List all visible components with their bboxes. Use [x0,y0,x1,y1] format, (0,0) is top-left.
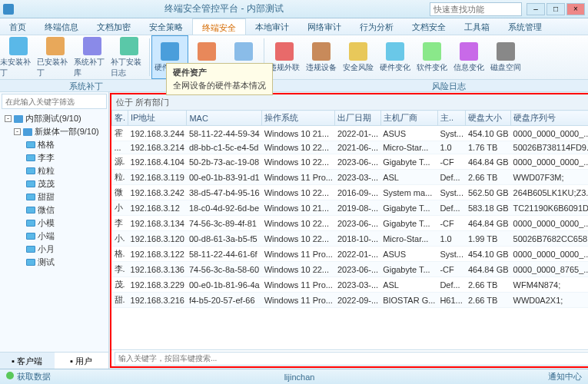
tree-node[interactable]: 小模 [2,217,107,230]
cell: 2023-06-... [335,262,380,277]
col-header[interactable]: 硬盘大小 [466,111,511,126]
table-row[interactable]: 甜.192.168.3.216f4-b5-20-57-ef-66Windows … [112,293,589,308]
cell: 464.84 GB [466,216,511,231]
table-row[interactable]: 源.192.168.4.10450-2b-73-ac-19-08Windows … [112,154,589,170]
menu-8[interactable]: 文档安全 [403,18,455,35]
tree-node[interactable]: 格格 [2,138,107,151]
col-header[interactable]: 主.. [437,111,466,126]
tree-node[interactable]: -新媒体一部(9/10) [2,125,107,138]
cell: Windows 10 22... [262,185,335,200]
pc-icon [26,167,35,174]
col-header[interactable]: 主机厂商 [380,111,437,126]
tree-label: 小端 [38,230,55,242]
col-header[interactable]: 出厂日期 [335,111,380,126]
cell: 格. [112,247,128,262]
tree-node[interactable]: 小月 [2,243,107,256]
quick-search-input[interactable] [430,2,522,16]
cell: ASUS [380,247,437,262]
menu-6[interactable]: 网络审计 [298,18,350,35]
menu-9[interactable]: 工具箱 [455,18,499,35]
ribbon-软件变化[interactable]: 软件变化 [414,35,450,79]
table-row[interactable]: 茂.192.168.3.22900-e0-1b-81-96-4aWindows … [112,277,589,293]
cell: 454.10 GB [466,126,511,141]
menu-10[interactable]: 系统管理 [499,18,551,35]
cell: ASL [380,170,437,185]
tree-node[interactable]: 粒粒 [2,164,107,177]
pc-icon [26,259,35,266]
ribbon-已安装补丁[interactable]: 已安装补丁 [37,35,74,79]
tree-node[interactable]: 茂茂 [2,177,107,190]
ribbon-硬件变化[interactable]: 硬件变化 [377,35,414,79]
close-button[interactable]: × [566,3,585,15]
status-right[interactable]: 通知中心 [548,371,582,382]
cell: Def... [437,277,466,293]
table-row[interactable]: 小.192.168.3.12000-d8-61-3a-b5-f5Windows … [112,231,589,247]
menu-2[interactable]: 文档加密 [88,18,140,35]
ribbon-icon [460,42,478,61]
maximize-button[interactable]: □ [546,3,565,15]
menu-5[interactable]: 本地审计 [246,18,298,35]
table-row[interactable]: 李192.168.3.13474-56-3c-89-4f-81Windows 1… [112,216,589,231]
tree-node[interactable]: 微信 [2,204,107,217]
ribbon-icon [9,37,28,55]
ribbon-磁盘空间[interactable]: 磁盘空间 [487,35,524,79]
ribbon-icon [46,37,65,55]
table-row[interactable]: 格.192.168.3.12258-11-22-44-61-6fWindows … [112,247,589,262]
table-row[interactable]: 李.192.168.3.13674-56-3c-8a-58-60Windows … [112,262,589,277]
pc-icon [26,246,35,253]
ribbon-未安装补丁[interactable]: 未安装补丁 [0,35,37,79]
cell: WWD0A2X1; [511,293,588,308]
ribbon-label: 违规外联 [269,62,300,73]
col-header[interactable]: 硬盘序列号 [511,111,588,126]
cell: 0000_0000_8765_... [511,262,588,277]
cell: Windows 11 Pro... [262,277,335,293]
cell: 192.168.3.119 [128,170,187,185]
ribbon-icon [312,42,331,61]
asset-table: 客.IP地址MAC操作系统出厂日期主机厂商主..硬盘大小硬盘序列号CPU型号内存… [111,110,588,308]
tree-node[interactable]: -内部测试(9/10) [2,112,107,125]
tree-label: 新媒体一部(9/10) [35,126,99,137]
menu-3[interactable]: 安全策略 [140,18,192,35]
col-header[interactable]: 操作系统 [262,111,335,126]
col-header[interactable]: IP地址 [128,111,187,126]
menu-0[interactable]: 首页 [0,18,35,35]
ribbon-补丁安装日志[interactable]: 补丁安装日志 [111,35,148,79]
tree-node[interactable]: 测试 [2,256,107,269]
table-row[interactable]: 粒.192.168.3.11900-e0-1b-83-91-d1Windows … [112,170,589,185]
ribbon-安全风险[interactable]: 安全风险 [340,35,377,79]
ribbon-违规设备[interactable]: 违规设备 [303,35,340,79]
ribbon-信息变化[interactable]: 信息变化 [450,35,487,79]
table-search-input[interactable] [115,352,588,366]
minimize-button[interactable]: – [527,3,545,15]
tree-filter-input[interactable] [2,94,107,109]
col-header[interactable]: MAC [187,111,262,126]
menu-7[interactable]: 行为分析 [350,18,403,35]
tree-node[interactable]: 小端 [2,230,107,243]
cell: Windows 11 Pro... [262,293,335,308]
menu-1[interactable]: 终端信息 [35,18,88,35]
cell: 微 [112,185,128,200]
menu-4[interactable]: 终端安全 [192,18,246,35]
cell: 茂. [112,277,128,293]
table-search-bar: 🔍 [111,349,588,366]
ribbon-icon [83,37,101,55]
tree-node[interactable]: 甜甜 [2,190,107,204]
table-row[interactable]: 小192.168.3.1218-c0-4d-92-6d-beWindows 10… [112,200,589,216]
cell: Gigabyte T... [380,262,437,277]
tree-node[interactable]: 李李 [2,151,107,164]
side-tab-0[interactable]: ▪ 客户端 [0,353,55,369]
table-row[interactable]: 霍192.168.3.24458-11-22-44-59-34Windows 1… [112,126,589,141]
cell: f4-b5-20-57-ef-66 [187,293,262,308]
ribbon-icon [497,42,515,61]
col-header[interactable]: 客. [112,111,128,126]
cell: 粒. [112,170,128,185]
table-row[interactable]: ...192.168.3.214d8-bb-c1-5c-e4-5dWindows… [112,141,589,154]
side-tab-1[interactable]: ▪ 用户 [55,353,109,369]
cell: 192.168.3.136 [128,262,187,277]
ribbon-系统补丁库[interactable]: 系统补丁库 [74,35,111,79]
table-row[interactable]: 微192.168.3.24238-d5-47-b4-95-16Windows 1… [112,185,589,200]
cell: 1.0 [437,231,466,247]
cell: 50026B738114FD9... [511,141,588,154]
data-table-wrap[interactable]: 客.IP地址MAC操作系统出厂日期主机厂商主..硬盘大小硬盘序列号CPU型号内存… [111,110,588,349]
ribbon-icon [275,42,294,61]
